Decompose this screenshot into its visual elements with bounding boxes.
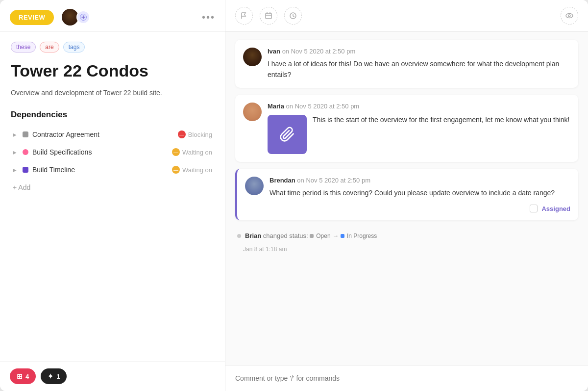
- dep-status: — Waiting on: [172, 148, 212, 156]
- avatar-user1: [62, 9, 78, 26]
- dep-chevron-icon: ▶: [13, 150, 19, 155]
- message-body-brendan: Brendan on Nov 5 2020 at 2:50 pm What ti…: [270, 177, 570, 212]
- message-brendan: Brendan on Nov 5 2020 at 2:50 pm What ti…: [235, 169, 578, 220]
- tag-are[interactable]: are: [40, 42, 59, 52]
- tags-row: these are tags: [11, 42, 214, 52]
- status-author: Brian: [245, 232, 261, 239]
- flag-button[interactable]: [235, 7, 253, 25]
- notion-icon: ⊞: [17, 372, 23, 380]
- avatar-group: [62, 9, 90, 26]
- status-to: In Progress: [341, 233, 377, 239]
- dependency-contractor-agreement[interactable]: ▶ Contractor Agreement — Blocking: [11, 127, 214, 142]
- eye-button[interactable]: [561, 7, 578, 25]
- left-header: REVIEW •••: [0, 0, 225, 32]
- inprogress-dot: [341, 234, 344, 238]
- dep-chevron-icon: ▶: [13, 132, 19, 137]
- assigned-checkbox[interactable]: [530, 205, 538, 212]
- dependency-build-timeline[interactable]: ▶ Build Timeline — Waiting on: [11, 162, 214, 178]
- svg-point-4: [568, 15, 570, 17]
- svg-point-3: [566, 14, 573, 18]
- tag-tags[interactable]: tags: [63, 42, 85, 52]
- left-footer: ⊞ 4 ✦ 1: [0, 361, 225, 391]
- dep-status-label: Blocking: [188, 131, 212, 138]
- author-brendan: Brendan: [270, 177, 295, 184]
- dep-name: Contractor Agreement: [32, 130, 174, 138]
- comment-bar: [225, 365, 588, 391]
- dep-status-label: Waiting on: [182, 166, 212, 174]
- review-button[interactable]: REVIEW: [10, 10, 54, 25]
- svg-rect-1: [266, 13, 271, 19]
- open-dot: [310, 234, 314, 238]
- status-action: changed status:: [263, 232, 308, 239]
- author-maria: Maria: [268, 103, 284, 110]
- message-attachment: This is the start of the overview for th…: [268, 115, 570, 154]
- avatar-ivan: [243, 48, 262, 66]
- app-container: REVIEW ••• these are tags Tower 22 Condo…: [0, 0, 588, 391]
- dep-status-label: Waiting on: [182, 149, 212, 156]
- figma-icon: ✦: [48, 372, 53, 380]
- message-text-brendan: What time period is this covering? Could…: [270, 188, 570, 199]
- left-content: these are tags Tower 22 Condos Overview …: [0, 32, 225, 361]
- blocking-icon: —: [178, 130, 186, 138]
- left-panel: REVIEW ••• these are tags Tower 22 Condo…: [0, 0, 225, 391]
- dep-status: — Blocking: [178, 130, 212, 138]
- status-inprogress-label: In Progress: [347, 233, 377, 239]
- message-body-maria: Maria on Nov 5 2020 at 2:50 pm This is t…: [268, 103, 570, 154]
- status-change-row: Brian changed status: Open → In Progress: [235, 227, 578, 253]
- attachment-thumbnail[interactable]: [268, 115, 307, 154]
- author-ivan: Ivan: [268, 48, 280, 55]
- comment-input[interactable]: [235, 372, 578, 384]
- right-header: [225, 0, 588, 32]
- waiting-icon: —: [172, 148, 180, 156]
- status-open-label: Open: [316, 233, 330, 239]
- notion-count: 4: [25, 373, 29, 380]
- status-change: Brian changed status: Open → In Progress: [235, 227, 578, 244]
- status-change-text: Brian changed status: Open → In Progress: [245, 232, 377, 239]
- status-from: Open: [310, 233, 330, 239]
- status-timestamp: Jan 8 at 1:18 am: [235, 246, 578, 253]
- dep-dot: [23, 131, 28, 137]
- messages-area: Ivan on Nov 5 2020 at 2:50 pm I have a l…: [225, 32, 588, 365]
- waiting-icon: —: [172, 166, 180, 174]
- dep-name: Build Timeline: [32, 166, 168, 174]
- dep-status: — Waiting on: [172, 166, 212, 174]
- arrow-icon: →: [332, 232, 341, 239]
- notion-badge[interactable]: ⊞ 4: [10, 368, 36, 384]
- right-panel: Ivan on Nov 5 2020 at 2:50 pm I have a l…: [225, 0, 588, 391]
- message-meta-maria: Maria on Nov 5 2020 at 2:50 pm: [268, 103, 570, 110]
- message-meta-ivan: Ivan on Nov 5 2020 at 2:50 pm: [268, 48, 570, 55]
- more-options-button[interactable]: •••: [202, 12, 215, 23]
- doc-title: Tower 22 Condos: [11, 61, 214, 80]
- calendar-button[interactable]: [260, 7, 277, 25]
- message-maria: Maria on Nov 5 2020 at 2:50 pm This is t…: [235, 95, 578, 162]
- assigned-row: Assigned: [270, 205, 570, 212]
- message-text-maria: This is the start of the overview for th…: [313, 115, 569, 126]
- status-dot: [237, 234, 241, 238]
- dependency-build-specifications[interactable]: ▶ Build Specifications — Waiting on: [11, 144, 214, 160]
- avatar-maria: [243, 103, 262, 121]
- add-user-button[interactable]: [76, 10, 90, 24]
- dependencies-list: ▶ Contractor Agreement — Blocking ▶ Buil…: [11, 127, 214, 178]
- message-meta-brendan: Brendan on Nov 5 2020 at 2:50 pm: [270, 177, 570, 184]
- figma-count: 1: [56, 373, 60, 380]
- dep-chevron-icon: ▶: [13, 167, 19, 173]
- dep-dot: [23, 167, 28, 173]
- avatar-brendan: [245, 177, 264, 195]
- message-ivan: Ivan on Nov 5 2020 at 2:50 pm I have a l…: [235, 40, 578, 88]
- timestamp-brendan: on Nov 5 2020 at 2:50 pm: [297, 177, 370, 184]
- timestamp-maria: on Nov 5 2020 at 2:50 pm: [286, 103, 360, 110]
- assigned-label: Assigned: [541, 205, 570, 212]
- clock-button[interactable]: [284, 7, 302, 25]
- timestamp-ivan: on Nov 5 2020 at 2:50 pm: [282, 48, 356, 55]
- dep-name: Build Specifications: [32, 148, 168, 156]
- doc-description: Overview and development of Tower 22 bui…: [11, 87, 214, 98]
- figma-badge[interactable]: ✦ 1: [41, 368, 67, 384]
- dep-dot: [23, 149, 28, 155]
- message-body-ivan: Ivan on Nov 5 2020 at 2:50 pm I have a l…: [268, 48, 570, 80]
- message-text-ivan: I have a lot of ideas for this! Do we ha…: [268, 59, 570, 80]
- add-dependency-button[interactable]: + Add: [11, 180, 32, 195]
- tag-these[interactable]: these: [11, 42, 36, 52]
- dependencies-title: Dependencies: [11, 110, 214, 120]
